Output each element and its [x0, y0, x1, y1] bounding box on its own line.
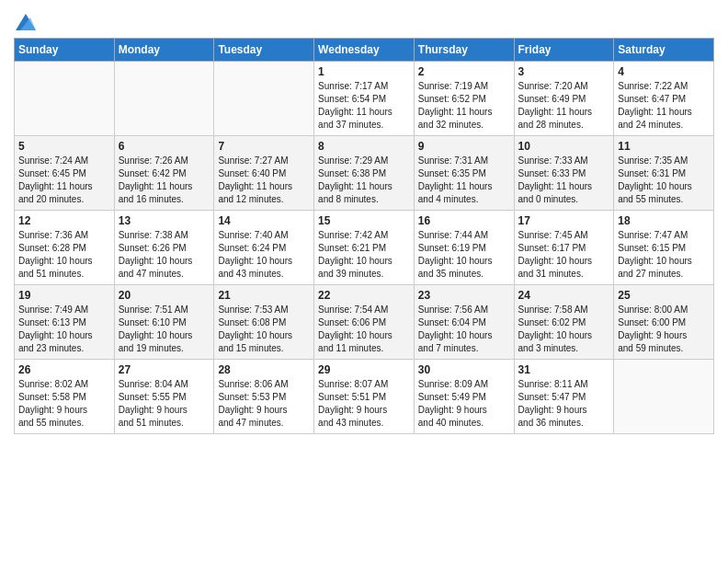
day-cell: 12Sunrise: 7:36 AM Sunset: 6:28 PM Dayli…	[15, 211, 115, 285]
day-info: Sunrise: 8:07 AM Sunset: 5:51 PM Dayligh…	[318, 378, 410, 430]
day-number: 4	[618, 65, 710, 78]
day-info: Sunrise: 8:02 AM Sunset: 5:58 PM Dayligh…	[18, 378, 110, 430]
day-info: Sunrise: 7:36 AM Sunset: 6:28 PM Dayligh…	[18, 229, 110, 281]
header-day: Wednesday	[314, 39, 415, 62]
week-row: 12Sunrise: 7:36 AM Sunset: 6:28 PM Dayli…	[15, 211, 714, 285]
logo	[14, 14, 36, 30]
day-number: 21	[218, 289, 310, 302]
day-cell: 4Sunrise: 7:22 AM Sunset: 6:47 PM Daylig…	[614, 62, 714, 136]
day-cell: 8Sunrise: 7:29 AM Sunset: 6:38 PM Daylig…	[314, 136, 415, 211]
day-number: 31	[518, 363, 610, 376]
day-info: Sunrise: 8:11 AM Sunset: 5:47 PM Dayligh…	[518, 378, 610, 430]
day-cell: 25Sunrise: 8:00 AM Sunset: 6:00 PM Dayli…	[614, 285, 714, 360]
day-info: Sunrise: 8:06 AM Sunset: 5:53 PM Dayligh…	[218, 378, 310, 430]
header-day: Sunday	[15, 39, 115, 62]
day-cell: 15Sunrise: 7:42 AM Sunset: 6:21 PM Dayli…	[314, 211, 415, 285]
day-info: Sunrise: 7:24 AM Sunset: 6:45 PM Dayligh…	[18, 155, 110, 206]
day-cell: 28Sunrise: 8:06 AM Sunset: 5:53 PM Dayli…	[214, 360, 314, 434]
day-cell	[614, 360, 714, 434]
day-cell: 27Sunrise: 8:04 AM Sunset: 5:55 PM Dayli…	[114, 360, 214, 434]
day-info: Sunrise: 7:29 AM Sunset: 6:38 PM Dayligh…	[318, 155, 410, 206]
day-info: Sunrise: 7:53 AM Sunset: 6:08 PM Dayligh…	[218, 304, 310, 355]
day-cell: 6Sunrise: 7:26 AM Sunset: 6:42 PM Daylig…	[114, 136, 214, 211]
day-cell: 5Sunrise: 7:24 AM Sunset: 6:45 PM Daylig…	[15, 136, 115, 211]
page: SundayMondayTuesdayWednesdayThursdayFrid…	[0, 0, 728, 563]
day-info: Sunrise: 8:09 AM Sunset: 5:49 PM Dayligh…	[418, 378, 510, 430]
day-cell: 20Sunrise: 7:51 AM Sunset: 6:10 PM Dayli…	[114, 285, 214, 360]
day-number: 25	[618, 289, 710, 302]
day-number: 18	[618, 214, 710, 227]
day-info: Sunrise: 7:47 AM Sunset: 6:15 PM Dayligh…	[618, 229, 710, 281]
day-number: 10	[518, 140, 610, 153]
header-row: SundayMondayTuesdayWednesdayThursdayFrid…	[15, 39, 714, 62]
day-number: 16	[418, 214, 510, 227]
day-number: 8	[318, 140, 410, 153]
header-day: Tuesday	[214, 39, 314, 62]
day-number: 5	[18, 140, 110, 153]
day-cell: 11Sunrise: 7:35 AM Sunset: 6:31 PM Dayli…	[614, 136, 714, 211]
day-number: 20	[119, 289, 210, 302]
day-number: 22	[318, 289, 410, 302]
day-number: 28	[218, 363, 310, 376]
day-number: 3	[518, 65, 610, 78]
day-cell: 1Sunrise: 7:17 AM Sunset: 6:54 PM Daylig…	[314, 62, 415, 136]
header-day: Monday	[114, 39, 214, 62]
day-info: Sunrise: 8:00 AM Sunset: 6:00 PM Dayligh…	[618, 304, 710, 355]
day-number: 1	[318, 65, 410, 78]
day-number: 13	[119, 214, 210, 227]
day-number: 27	[119, 363, 210, 376]
day-info: Sunrise: 7:42 AM Sunset: 6:21 PM Dayligh…	[318, 229, 410, 281]
day-info: Sunrise: 7:54 AM Sunset: 6:06 PM Dayligh…	[318, 304, 410, 355]
day-cell: 7Sunrise: 7:27 AM Sunset: 6:40 PM Daylig…	[214, 136, 314, 211]
day-info: Sunrise: 7:35 AM Sunset: 6:31 PM Dayligh…	[618, 155, 710, 206]
header-day: Saturday	[614, 39, 714, 62]
day-cell: 21Sunrise: 7:53 AM Sunset: 6:08 PM Dayli…	[214, 285, 314, 360]
day-number: 17	[518, 214, 610, 227]
day-number: 19	[18, 289, 110, 302]
day-cell: 18Sunrise: 7:47 AM Sunset: 6:15 PM Dayli…	[614, 211, 714, 285]
calendar-table: SundayMondayTuesdayWednesdayThursdayFrid…	[14, 38, 714, 434]
day-number: 23	[418, 289, 510, 302]
day-cell: 24Sunrise: 7:58 AM Sunset: 6:02 PM Dayli…	[514, 285, 614, 360]
day-number: 24	[518, 289, 610, 302]
week-row: 5Sunrise: 7:24 AM Sunset: 6:45 PM Daylig…	[15, 136, 714, 211]
day-info: Sunrise: 7:20 AM Sunset: 6:49 PM Dayligh…	[518, 80, 610, 132]
day-info: Sunrise: 7:44 AM Sunset: 6:19 PM Dayligh…	[418, 229, 510, 281]
day-cell: 14Sunrise: 7:40 AM Sunset: 6:24 PM Dayli…	[214, 211, 314, 285]
day-info: Sunrise: 7:31 AM Sunset: 6:35 PM Dayligh…	[418, 155, 510, 206]
day-info: Sunrise: 7:56 AM Sunset: 6:04 PM Dayligh…	[418, 304, 510, 355]
day-cell: 19Sunrise: 7:49 AM Sunset: 6:13 PM Dayli…	[15, 285, 115, 360]
logo-icon	[16, 14, 36, 30]
day-number: 2	[418, 65, 510, 78]
day-info: Sunrise: 7:58 AM Sunset: 6:02 PM Dayligh…	[518, 304, 610, 355]
day-cell	[214, 62, 314, 136]
day-cell: 31Sunrise: 8:11 AM Sunset: 5:47 PM Dayli…	[514, 360, 614, 434]
header	[14, 9, 714, 30]
day-cell	[114, 62, 214, 136]
day-number: 12	[18, 214, 110, 227]
day-info: Sunrise: 7:33 AM Sunset: 6:33 PM Dayligh…	[518, 155, 610, 206]
day-number: 15	[318, 214, 410, 227]
day-info: Sunrise: 7:17 AM Sunset: 6:54 PM Dayligh…	[318, 80, 410, 132]
day-info: Sunrise: 7:45 AM Sunset: 6:17 PM Dayligh…	[518, 229, 610, 281]
day-number: 11	[618, 140, 710, 153]
day-number: 29	[318, 363, 410, 376]
day-cell: 3Sunrise: 7:20 AM Sunset: 6:49 PM Daylig…	[514, 62, 614, 136]
day-cell: 22Sunrise: 7:54 AM Sunset: 6:06 PM Dayli…	[314, 285, 415, 360]
day-info: Sunrise: 7:38 AM Sunset: 6:26 PM Dayligh…	[119, 229, 210, 281]
day-number: 9	[418, 140, 510, 153]
day-cell: 10Sunrise: 7:33 AM Sunset: 6:33 PM Dayli…	[514, 136, 614, 211]
day-cell: 17Sunrise: 7:45 AM Sunset: 6:17 PM Dayli…	[514, 211, 614, 285]
week-row: 1Sunrise: 7:17 AM Sunset: 6:54 PM Daylig…	[15, 62, 714, 136]
day-info: Sunrise: 8:04 AM Sunset: 5:55 PM Dayligh…	[119, 378, 210, 430]
day-cell: 13Sunrise: 7:38 AM Sunset: 6:26 PM Dayli…	[114, 211, 214, 285]
day-cell: 9Sunrise: 7:31 AM Sunset: 6:35 PM Daylig…	[414, 136, 514, 211]
day-info: Sunrise: 7:22 AM Sunset: 6:47 PM Dayligh…	[618, 80, 710, 132]
week-row: 26Sunrise: 8:02 AM Sunset: 5:58 PM Dayli…	[15, 360, 714, 434]
day-info: Sunrise: 7:19 AM Sunset: 6:52 PM Dayligh…	[418, 80, 510, 132]
header-day: Thursday	[414, 39, 514, 62]
day-info: Sunrise: 7:26 AM Sunset: 6:42 PM Dayligh…	[119, 155, 210, 206]
day-cell: 16Sunrise: 7:44 AM Sunset: 6:19 PM Dayli…	[414, 211, 514, 285]
day-number: 30	[418, 363, 510, 376]
day-cell: 26Sunrise: 8:02 AM Sunset: 5:58 PM Dayli…	[15, 360, 115, 434]
